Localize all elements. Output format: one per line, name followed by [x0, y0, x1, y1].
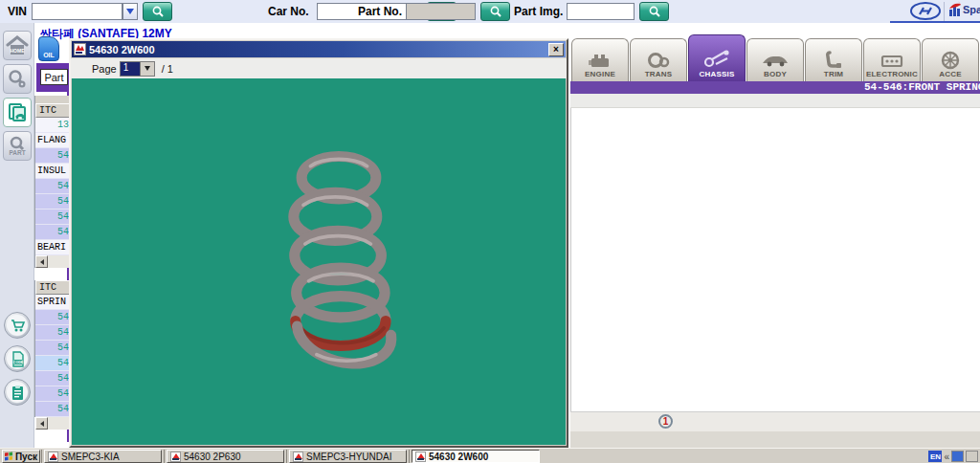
tab-part-label: Part	[44, 72, 63, 83]
page-indicator-badge[interactable]: 1	[658, 414, 673, 429]
code-document-button[interactable]: CODE	[4, 345, 31, 372]
clipboard-icon	[10, 385, 26, 401]
seat-icon	[823, 51, 844, 70]
vin-input[interactable]	[32, 3, 122, 20]
scroll-left-button[interactable]	[35, 417, 48, 430]
vin-search-button[interactable]	[143, 2, 172, 21]
tab-body-label: BODY	[764, 70, 787, 78]
taskbar-item-smepc3-hyundai[interactable]: SMEPC3-HYUNDAI	[289, 450, 407, 463]
table-row[interactable]: 54	[35, 179, 71, 194]
tab-engine-label: ENGINE	[585, 70, 615, 78]
column-header[interactable]: ITC	[35, 103, 71, 118]
part-icon-label: PART	[9, 149, 25, 156]
code-icon-label: CODE	[12, 361, 23, 364]
electronics-icon	[880, 51, 904, 70]
network-tray-icon[interactable]	[951, 451, 964, 462]
table-row[interactable]: INSUL	[35, 164, 71, 179]
epc-app-icon	[170, 452, 181, 462]
table-cell: 54	[57, 342, 69, 353]
table-row[interactable]: 13	[35, 118, 71, 133]
tab-body[interactable]: BODY	[746, 38, 804, 81]
table-row[interactable]: 54	[35, 194, 71, 209]
tray-icon[interactable]	[966, 451, 978, 462]
table-row[interactable]: 54	[35, 356, 71, 371]
lower-row-list: SPRIN 54 54 54 54 54 54 54	[35, 295, 71, 417]
table-cell: 54	[57, 358, 69, 368]
spare-parts-logo: Spa	[948, 1, 980, 17]
tray-expand-chevron[interactable]: «	[944, 452, 949, 462]
page-indicator-number: 1	[663, 416, 669, 427]
tab-chassis[interactable]: CHASSIS	[688, 34, 746, 81]
scrollbar-track[interactable]	[48, 417, 71, 430]
cart-button[interactable]	[4, 312, 31, 339]
spare-parts-text: Spa	[963, 4, 980, 15]
table-cell: BEARI	[37, 242, 66, 253]
oil-icon[interactable]: OIL	[38, 36, 59, 61]
home-button[interactable]: HOME	[3, 31, 32, 60]
hyundai-logo	[909, 1, 942, 21]
start-button[interactable]: Пуск	[2, 450, 40, 463]
table-cell: SPRIN	[37, 297, 66, 307]
table-row[interactable]: 54	[35, 341, 71, 356]
table-cell: 54	[57, 227, 69, 237]
scroll-left-button[interactable]	[35, 255, 48, 268]
epc-window-icon	[74, 43, 86, 55]
left-icon-sidebar: HOME PART	[0, 23, 34, 448]
chevron-down-icon	[145, 66, 150, 71]
page-select-dropdown[interactable]	[140, 62, 154, 76]
taskbar-item-label: SMEPC3-HYUNDAI	[306, 452, 391, 462]
os-taskbar: Пуск SMEPC3-KIA 54630 2P630 SMEPC3-HYUND…	[0, 448, 980, 463]
part-img-input[interactable]	[567, 3, 635, 20]
page-total: / 1	[162, 63, 173, 75]
tab-accessory[interactable]: ACCE	[922, 38, 979, 81]
table-row[interactable]: BEARI	[35, 240, 71, 255]
parts-catalog-button[interactable]	[3, 98, 32, 127]
table-cell: 54	[57, 312, 69, 322]
table-row[interactable]: 54	[35, 386, 71, 402]
vehicle-search-button[interactable]	[3, 64, 32, 94]
part-image-canvas[interactable]	[72, 78, 566, 445]
code-document-icon: CODE	[10, 351, 26, 367]
table-row[interactable]: 54	[35, 148, 71, 164]
document-car-icon	[6, 101, 29, 124]
part-no-search-button[interactable]	[480, 2, 510, 21]
part-search-button[interactable]: PART	[3, 131, 32, 161]
vin-dropdown-button[interactable]	[122, 3, 138, 20]
magnifier-gear-icon	[6, 68, 29, 91]
tab-accessory-label: ACCE	[939, 70, 961, 78]
table-row[interactable]: 54	[35, 402, 71, 417]
taskbar-item-label: SMEPC3-KIA	[61, 452, 120, 462]
taskbar-item-smepc3-kia[interactable]: SMEPC3-KIA	[44, 450, 162, 463]
tab-trans[interactable]: TRANS	[630, 38, 687, 81]
vin-label: VIN	[8, 5, 27, 18]
scrollbar-track[interactable]	[48, 255, 71, 268]
language-indicator[interactable]: EN	[928, 451, 942, 462]
epc-app-icon	[48, 452, 58, 462]
taskbar-item-54630-2p630[interactable]: 54630 2P630	[167, 450, 284, 463]
tab-electronic[interactable]: ELECTRONIC	[863, 38, 921, 81]
table-row[interactable]: 54	[35, 325, 71, 341]
tab-part[interactable]: Part	[40, 69, 68, 85]
page-select[interactable]: 1	[120, 61, 155, 77]
page-select-value: 1	[121, 62, 140, 76]
part-img-search-button[interactable]	[639, 2, 669, 21]
right-content-area	[570, 108, 980, 411]
table-row[interactable]: 54	[35, 371, 71, 386]
horizontal-scrollbar[interactable]	[35, 255, 71, 268]
window-titlebar[interactable]: 54630 2W600 ×	[72, 41, 566, 57]
table-row[interactable]: FLANG	[35, 133, 71, 148]
table-row[interactable]: 54	[35, 310, 71, 325]
close-button[interactable]: ×	[548, 43, 564, 56]
horizontal-scrollbar[interactable]	[35, 417, 71, 430]
table-row[interactable]: 54	[35, 209, 71, 225]
column-header[interactable]: ITC	[35, 280, 71, 295]
clipboard-button[interactable]	[4, 379, 31, 406]
part-no-input	[406, 3, 476, 20]
table-row[interactable]: SPRIN	[35, 295, 71, 310]
table-row[interactable]: 54	[35, 225, 71, 240]
car-no-label: Car No.	[268, 5, 309, 18]
taskbar-item-54630-2w600[interactable]: 54630 2W600	[412, 450, 540, 463]
tab-trim[interactable]: TRIM	[805, 38, 862, 81]
app-window: VIN Car No. Part No. Part Img. Spa	[0, 0, 980, 463]
tab-engine[interactable]: ENGINE	[571, 38, 629, 81]
